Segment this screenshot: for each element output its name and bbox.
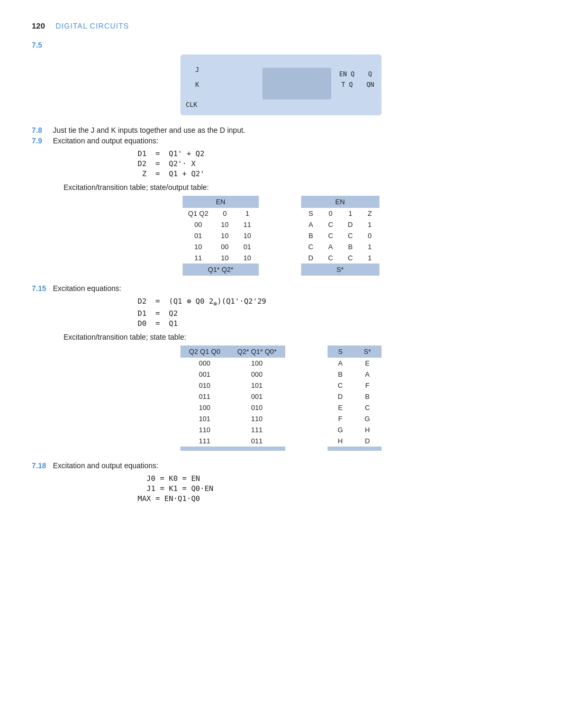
label-clk: CLK — [186, 101, 197, 108]
page-number: 120 — [32, 21, 45, 30]
left-row-00-state: 00 — [183, 219, 213, 230]
circuit-diagram-75: J K CLK EN Q T Q Q QN — [32, 54, 530, 115]
section-78-num: 7.8 — [32, 126, 48, 134]
section-718: 7.18 Excitation and output equations: J0… — [32, 461, 530, 503]
label-en-q: EN Q — [339, 70, 355, 78]
section-715-table-label: Excitation/transition table; state table… — [64, 333, 530, 341]
col-q2q1q0: Q2 Q1 Q0 — [180, 345, 229, 358]
right-table-header-en: EN — [301, 196, 379, 208]
right-col-0: 0 — [321, 208, 340, 219]
eq-715-2: D1 = Q2 — [138, 309, 530, 317]
section-79-tables: EN Q1 Q2 0 1 001011 011010 100001 111010… — [32, 196, 530, 276]
label-k: K — [195, 81, 199, 88]
section-78: 7.8 Just tie the J and K inputs together… — [32, 126, 530, 134]
section-715-header: 7.15 Excitation equations: — [32, 284, 530, 293]
section-718-num: 7.18 — [32, 461, 48, 470]
eq-79-1: D1 = Q1' + Q2 — [138, 149, 530, 158]
col-s: S — [328, 345, 353, 358]
left-table-header-en: EN — [183, 196, 258, 208]
section-79-text: Excitation and output equations: — [53, 136, 530, 145]
eq-79-2: D2 = Q2'· X — [138, 159, 530, 168]
section-79: 7.9 Excitation and output equations: — [32, 136, 530, 145]
section-75-label: 7.5 — [32, 41, 530, 49]
eq-718-1: J0 = K0 = EN — [138, 474, 530, 483]
section-79-num: 7.9 — [32, 136, 48, 145]
section-715-text: Excitation equations: — [53, 284, 530, 293]
table-79-right: EN S 0 1 Z ACD1 BCC0 CAB1 DCC1 S* — [296, 196, 385, 276]
table-715-left: Q2 Q1 Q0 Q2* Q1* Q0* 000100 001000 01010… — [175, 345, 291, 451]
left-state-table-715: Q2 Q1 Q0 Q2* Q1* Q0* 000100 001000 01010… — [180, 345, 285, 451]
table-715-right: S S* AE BA CF DB EC FG GH HD — [322, 345, 387, 451]
section-78-text: Just tie the J and K inputs together and… — [53, 126, 530, 134]
label-j: J — [195, 66, 199, 74]
section-79-table-label: Excitation/transition table; state/outpu… — [64, 183, 530, 192]
left-table-footer: Q1* Q2* — [183, 263, 258, 276]
section-718-header: 7.18 Excitation and output equations: — [32, 461, 530, 470]
right-col-s: S — [301, 208, 321, 219]
left-col-q1q2: Q1 Q2 — [183, 208, 213, 219]
section-715-equations: D2 = (Q1 ⊕ Q0 2⊕)(Q1'·Q2'29 D1 = Q2 D0 =… — [138, 297, 530, 327]
eq-79-3: Z = Q1 + Q2' — [138, 169, 530, 178]
label-t-q: T Q — [341, 81, 353, 88]
section-718-text: Excitation and output equations: — [53, 461, 530, 470]
left-col-0: 0 — [214, 208, 236, 219]
section-715-num: 7.15 — [32, 284, 48, 293]
table-79-left: EN Q1 Q2 0 1 001011 011010 100001 111010… — [177, 196, 264, 276]
left-state-table: EN Q1 Q2 0 1 001011 011010 100001 111010… — [183, 196, 258, 276]
eq-715-1: D2 = (Q1 ⊕ Q0 2⊕)(Q1'·Q2'29 — [138, 297, 530, 307]
left-row-11-state: 11 — [183, 252, 213, 263]
book-title: DIGITAL CIRCUITS — [56, 22, 129, 30]
eq-718-2: J1 = K1 = Q0·EN — [138, 484, 530, 493]
right-col-z: Z — [360, 208, 379, 219]
left-row-01-state: 01 — [183, 230, 213, 241]
section-718-equations: J0 = K0 = EN J1 = K1 = Q0·EN MAX = EN·Q1… — [138, 474, 530, 503]
section-715-tables: Q2 Q1 Q0 Q2* Q1* Q0* 000100 001000 01010… — [32, 345, 530, 451]
right-state-table-715: S S* AE BA CF DB EC FG GH HD — [328, 345, 382, 451]
page-header: 120 DIGITAL CIRCUITS — [32, 21, 530, 30]
eq-718-3: MAX = EN·Q1·Q0 — [138, 494, 530, 503]
label-q-out: Q — [368, 70, 372, 78]
right-table-footer: S* — [301, 263, 379, 276]
section-715: 7.15 Excitation equations: D2 = (Q1 ⊕ Q0… — [32, 284, 530, 327]
left-col-1: 1 — [236, 208, 258, 219]
col-q2q1q0-next: Q2* Q1* Q0* — [229, 345, 285, 358]
right-col-1: 1 — [340, 208, 360, 219]
label-qn-out: QN — [367, 81, 374, 88]
section-79-equations: D1 = Q1' + Q2 D2 = Q2'· X Z = Q1 + Q2' — [138, 149, 530, 178]
left-row-10-state: 10 — [183, 241, 213, 252]
eq-715-3: D0 = Q1 — [138, 319, 530, 327]
right-state-table: EN S 0 1 Z ACD1 BCC0 CAB1 DCC1 S* — [301, 196, 379, 276]
col-s-next: S* — [353, 345, 382, 358]
